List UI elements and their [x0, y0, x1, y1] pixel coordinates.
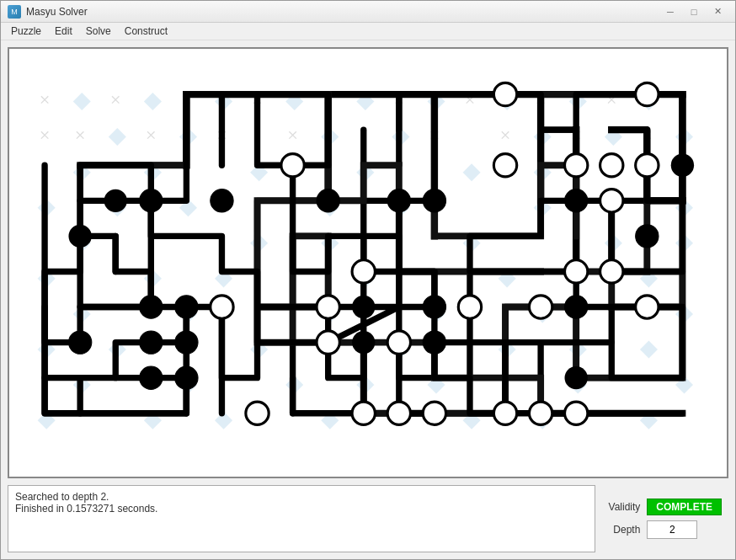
svg-point-138: [600, 189, 623, 212]
svg-point-149: [671, 154, 694, 177]
svg-point-136: [565, 402, 588, 424]
validity-row: Validity COMPLETE: [602, 499, 722, 515]
svg-point-153: [352, 260, 375, 283]
close-button[interactable]: ✕: [707, 3, 728, 20]
svg-point-117: [565, 296, 588, 318]
svg-point-151: [493, 83, 516, 106]
window-controls: ─ □ ✕: [659, 3, 728, 20]
puzzle-area[interactable]: [8, 47, 728, 478]
validity-label: Validity: [602, 501, 640, 513]
svg-point-132: [387, 402, 410, 424]
svg-point-121: [140, 366, 163, 389]
title-bar: M Masyu Solver ─ □ ✕: [1, 1, 735, 23]
svg-point-127: [317, 296, 339, 318]
complete-badge: COMPLETE: [647, 499, 722, 515]
svg-point-110: [211, 189, 233, 212]
puzzle-svg: [9, 49, 727, 477]
bottom-area: Searched to depth 2. Finished in 0.15732…: [8, 485, 728, 552]
maximize-button[interactable]: □: [683, 3, 705, 20]
svg-point-111: [317, 189, 339, 212]
title-bar-left: M Masyu Solver: [8, 5, 88, 19]
svg-point-141: [600, 260, 623, 283]
svg-point-112: [387, 189, 410, 212]
main-window: M Masyu Solver ─ □ ✕ Puzzle Edit Solve C…: [0, 0, 736, 560]
svg-point-143: [636, 154, 659, 177]
svg-point-129: [565, 260, 588, 283]
app-icon: M: [8, 5, 21, 19]
svg-point-144: [104, 189, 127, 212]
validity-panel: Validity COMPLETE Depth: [602, 485, 728, 552]
svg-point-139: [636, 83, 659, 106]
svg-point-135: [529, 402, 552, 424]
svg-point-113: [565, 189, 588, 212]
svg-point-123: [636, 225, 659, 248]
menu-edit[interactable]: Edit: [48, 24, 79, 39]
svg-point-125: [423, 189, 445, 212]
svg-point-152: [529, 296, 552, 318]
svg-point-109: [140, 189, 163, 212]
svg-point-155: [387, 331, 410, 354]
svg-point-120: [423, 331, 445, 354]
menu-puzzle[interactable]: Puzzle: [4, 24, 48, 39]
main-content: Searched to depth 2. Finished in 0.15732…: [1, 40, 735, 559]
svg-point-118: [140, 331, 163, 354]
svg-point-124: [68, 331, 91, 354]
svg-point-122: [175, 366, 198, 389]
svg-point-119: [175, 331, 198, 354]
svg-point-116: [423, 296, 445, 318]
svg-point-150: [281, 154, 304, 177]
menu-solve[interactable]: Solve: [79, 24, 118, 39]
svg-point-156: [246, 402, 269, 424]
svg-point-130: [317, 331, 339, 354]
svg-point-134: [493, 402, 516, 424]
minimize-button[interactable]: ─: [659, 3, 681, 20]
depth-row: Depth: [602, 520, 722, 539]
svg-point-154: [600, 154, 623, 177]
svg-point-140: [636, 296, 659, 318]
menu-bar: Puzzle Edit Solve Construct: [1, 23, 735, 40]
svg-point-115: [175, 296, 198, 318]
svg-point-133: [423, 402, 445, 424]
svg-point-131: [352, 402, 375, 424]
depth-input[interactable]: [647, 520, 697, 539]
svg-point-142: [493, 154, 516, 177]
svg-point-128: [458, 296, 481, 318]
svg-point-147: [352, 331, 375, 354]
svg-point-146: [352, 296, 375, 318]
svg-point-126: [211, 296, 233, 318]
svg-point-148: [565, 366, 588, 389]
window-title: Masyu Solver: [26, 6, 88, 18]
status-box: Searched to depth 2. Finished in 0.15732…: [8, 485, 595, 552]
svg-point-137: [565, 154, 588, 177]
status-line1: Searched to depth 2.: [15, 491, 588, 503]
menu-construct[interactable]: Construct: [118, 24, 174, 39]
svg-point-114: [140, 296, 163, 318]
svg-point-145: [68, 225, 91, 248]
depth-label: Depth: [602, 524, 640, 536]
status-line2: Finished in 0.1573271 seconds.: [15, 503, 588, 515]
